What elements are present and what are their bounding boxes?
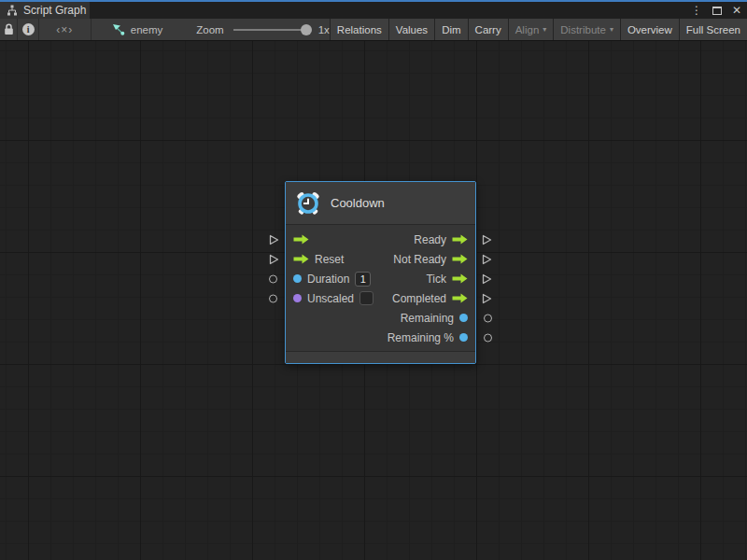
hollow-triangle-icon xyxy=(482,273,492,285)
remaining-output-connector[interactable] xyxy=(484,314,492,322)
zoom-value: 1x xyxy=(318,24,330,35)
hollow-circle-icon xyxy=(269,274,277,283)
not-ready-output-port[interactable]: Not Ready xyxy=(393,253,468,266)
zoom-slider-handle[interactable] xyxy=(301,24,312,35)
reset-input-connector[interactable] xyxy=(269,254,279,265)
full-screen-button[interactable]: Full Screen xyxy=(680,19,747,40)
flow-arrow-icon xyxy=(452,273,468,284)
close-icon[interactable]: ✕ xyxy=(732,5,741,16)
graph-canvas[interactable]: Cooldown Ready xyxy=(0,41,747,560)
value-port-dot-icon xyxy=(293,294,302,302)
window-menu-icon[interactable]: ⋮ xyxy=(691,5,702,16)
carry-button[interactable]: Carry xyxy=(469,19,508,40)
flow-arrow-icon xyxy=(452,254,468,264)
unscaled-input-port[interactable]: Unscaled xyxy=(293,291,374,305)
port-row: Remaining % xyxy=(286,328,475,347)
zoom-slider[interactable] xyxy=(233,29,308,31)
port-row: Duration 1 Tick xyxy=(286,269,475,288)
graph-hierarchy-icon xyxy=(7,5,18,16)
script-graph-window: Script Graph ⋮ ✕ i ‹×› enemy xyxy=(0,0,747,560)
chevron-down-icon: ▾ xyxy=(543,25,546,34)
port-row: Ready xyxy=(286,230,475,249)
value-port-dot-icon xyxy=(459,314,468,322)
duration-input-connector[interactable] xyxy=(269,274,277,283)
relations-button[interactable]: Relations xyxy=(331,19,388,40)
graph-reference[interactable]: enemy xyxy=(103,19,173,40)
port-row: Unscaled Completed xyxy=(286,288,475,308)
zoom-control: Zoom 1x xyxy=(196,19,330,40)
tab-bar: Script Graph ⋮ ✕ xyxy=(0,2,747,19)
tab-script-graph[interactable]: Script Graph xyxy=(0,2,90,19)
hollow-triangle-icon xyxy=(482,293,492,304)
overview-button[interactable]: Overview xyxy=(621,19,679,40)
hollow-circle-icon xyxy=(269,294,277,302)
remaining-percent-output-connector[interactable] xyxy=(484,333,492,342)
lock-button[interactable] xyxy=(0,19,18,40)
tab-title: Script Graph xyxy=(23,4,86,17)
value-port-dot-icon xyxy=(293,274,302,283)
hollow-triangle-icon xyxy=(482,234,492,245)
graph-name: enemy xyxy=(131,24,163,35)
info-button[interactable]: i xyxy=(18,19,39,40)
flow-input-port[interactable] xyxy=(293,234,315,245)
distribute-button[interactable]: Distribute ▾ xyxy=(554,19,620,40)
port-row: Remaining xyxy=(286,308,475,328)
flow-arrow-icon xyxy=(452,293,468,303)
node-footer xyxy=(286,351,475,363)
remaining-percent-output-port[interactable]: Remaining % xyxy=(388,331,468,344)
reset-input-port[interactable]: Reset xyxy=(293,253,344,266)
graph-toolbar: i ‹×› enemy Zoom 1x Relations Values Dim… xyxy=(0,19,747,41)
values-button[interactable]: Values xyxy=(389,19,434,40)
graph-icon xyxy=(112,23,125,35)
window-controls: ⋮ ✕ xyxy=(691,2,741,19)
value-port-dot-icon xyxy=(459,333,468,342)
unscaled-checkbox[interactable] xyxy=(359,291,374,305)
node-title: Cooldown xyxy=(331,196,385,210)
completed-output-port[interactable]: Completed xyxy=(392,292,468,305)
lock-icon xyxy=(4,23,14,35)
align-button[interactable]: Align ▾ xyxy=(509,19,554,40)
maximize-icon[interactable] xyxy=(712,7,722,15)
duration-input-port[interactable]: Duration 1 xyxy=(293,272,371,287)
chevron-down-icon: ▾ xyxy=(610,25,613,34)
port-row: Reset Not Ready xyxy=(286,249,475,269)
cooldown-node[interactable]: Cooldown Ready xyxy=(285,181,476,364)
completed-output-connector[interactable] xyxy=(482,293,492,304)
hollow-triangle-icon xyxy=(269,234,279,245)
tick-output-port[interactable]: Tick xyxy=(426,273,468,286)
unscaled-input-connector[interactable] xyxy=(269,294,277,302)
ready-output-connector[interactable] xyxy=(482,234,492,245)
not-ready-output-connector[interactable] xyxy=(482,254,492,265)
hollow-triangle-icon xyxy=(482,254,492,265)
zoom-label: Zoom xyxy=(196,24,223,35)
remaining-output-port[interactable]: Remaining xyxy=(401,312,468,325)
hollow-circle-icon xyxy=(484,314,492,322)
hollow-circle-icon xyxy=(484,333,492,342)
alarm-clock-icon xyxy=(295,190,321,217)
duration-value-field[interactable]: 1 xyxy=(355,272,371,287)
dim-button[interactable]: Dim xyxy=(435,19,467,40)
code-toggle-icon: ‹×› xyxy=(56,23,73,36)
flow-arrow-icon xyxy=(293,254,309,264)
connection-values-button[interactable]: ‹×› xyxy=(39,19,92,40)
flow-arrow-icon xyxy=(293,234,309,245)
ready-output-port[interactable]: Ready xyxy=(414,233,468,246)
flow-arrow-icon xyxy=(452,234,468,245)
toolbar-button-group: Relations Values Dim Carry Align ▾ Distr… xyxy=(330,19,747,40)
flow-input-connector[interactable] xyxy=(269,234,279,245)
node-header[interactable]: Cooldown xyxy=(286,182,475,225)
hollow-triangle-icon xyxy=(269,254,279,265)
info-icon: i xyxy=(22,23,35,35)
node-body: Ready Reset xyxy=(286,225,475,351)
tick-output-connector[interactable] xyxy=(482,273,492,285)
